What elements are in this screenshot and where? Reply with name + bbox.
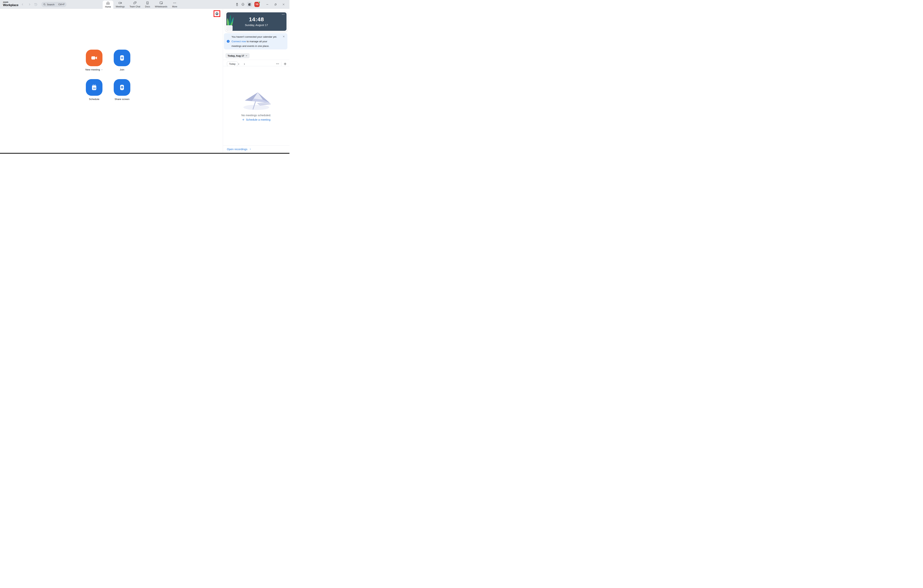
open-recordings-link[interactable]: Open recordings [227, 147, 251, 151]
banner-line1: You haven't connected your calendar yet. [232, 34, 277, 39]
notifications-button[interactable] [240, 2, 246, 7]
next-day-button[interactable] [243, 62, 246, 66]
calendar-19-icon: 19 [90, 83, 99, 92]
schedule-button[interactable]: 19 Schedule [86, 79, 102, 100]
schedule-tile[interactable]: 19 [86, 79, 102, 96]
ellipsis-icon [282, 14, 285, 15]
plus-icon [118, 54, 126, 62]
join-label: Join [120, 68, 125, 71]
maximize-button[interactable] [271, 0, 279, 9]
app-logo-zoom: zoom [3, 1, 18, 3]
tab-whiteboards[interactable]: Whiteboards [153, 0, 170, 9]
window-controls [263, 0, 287, 9]
calendar-button[interactable] [247, 2, 252, 7]
video-camera-icon [90, 54, 99, 62]
history-button[interactable] [34, 3, 38, 6]
beach-umbrella-illustration [240, 92, 273, 110]
clock-time: 14:48 [249, 16, 264, 22]
plant-illustration [226, 13, 236, 31]
tab-meetings[interactable]: Meetings [113, 0, 127, 9]
connect-now-link[interactable]: Connect now [232, 40, 246, 43]
today-button[interactable]: Today [227, 61, 238, 66]
home-content: New meeting Join 19 Schedule Share scree… [0, 9, 223, 153]
settings-button[interactable] [215, 12, 219, 15]
schedule-day-number: 19 [93, 87, 95, 90]
clock-card-menu-button[interactable] [282, 14, 285, 15]
tab-more-label: More [172, 5, 177, 8]
home-icon [106, 1, 110, 5]
clock-date: Sunday, August 17 [245, 23, 268, 26]
divider [223, 145, 289, 146]
app-logo-workplace: Workplace [3, 3, 18, 7]
clock-card-inner: 14:48 Sunday, August 17 [226, 12, 286, 31]
devices-icon [235, 3, 239, 6]
calendar-sidebar: 14:48 Sunday, August 17 You haven't conn… [223, 9, 289, 153]
new-meeting-label: New meeting [85, 68, 100, 71]
today-button-label: Today [229, 62, 236, 65]
ellipsis-icon [276, 63, 279, 64]
search-bar[interactable]: Ctrl+F [41, 2, 66, 7]
avatar[interactable]: YS [255, 2, 259, 7]
arrow-up-icon [118, 83, 126, 92]
whiteboard-icon [159, 1, 163, 5]
share-screen-label: Share screen [115, 98, 130, 100]
close-button[interactable] [279, 0, 287, 9]
calendar-connect-banner: You haven't connected your calendar yet.… [224, 33, 287, 49]
tab-meetings-label: Meetings [116, 5, 125, 8]
bell-icon [241, 3, 245, 6]
tab-home-label: Home [105, 5, 111, 8]
chevron-right-icon [249, 148, 251, 150]
empty-state-message: No meetings scheduled. [223, 114, 289, 117]
close-icon [282, 35, 285, 38]
search-input[interactable] [47, 3, 58, 6]
chevron-left-icon [21, 3, 24, 6]
new-meeting-button[interactable]: New meeting [86, 50, 102, 71]
minimize-icon [266, 3, 269, 6]
document-icon [146, 1, 149, 5]
forward-button[interactable] [28, 3, 31, 6]
minimize-button[interactable] [263, 0, 271, 9]
gear-icon [215, 12, 219, 15]
info-icon [227, 40, 230, 43]
chevron-down-icon [246, 55, 247, 57]
add-meeting-button[interactable] [283, 62, 287, 66]
titlebar-right-cluster: YS [234, 0, 287, 9]
search-shortcut: Ctrl+F [58, 3, 65, 6]
settings-highlight-box [214, 10, 220, 17]
back-button[interactable] [21, 3, 25, 6]
chevron-right-icon [243, 63, 246, 65]
join-tile[interactable] [114, 50, 130, 66]
date-selector-button[interactable]: Today, Aug 17 [225, 53, 250, 58]
screen-bottom-edge [0, 153, 289, 154]
banner-close-button[interactable] [282, 35, 285, 38]
avatar-initials: YS [256, 3, 258, 6]
chevron-down-icon[interactable] [101, 69, 103, 70]
restore-icon [274, 3, 277, 6]
tab-docs-label: Docs [145, 5, 150, 8]
share-screen-button[interactable]: Share screen [114, 79, 130, 100]
window-titlebar: zoom Workplace Ctrl+F Home Meetings Team… [0, 0, 289, 9]
join-button[interactable]: Join [114, 50, 130, 71]
banner-text: You haven't connected your calendar yet.… [232, 34, 277, 48]
divider [223, 66, 289, 66]
schedule-meeting-link[interactable]: Schedule a meeting [223, 118, 289, 121]
new-meeting-tile[interactable] [86, 50, 102, 66]
tab-docs[interactable]: Docs [143, 0, 153, 9]
more-dots-icon [173, 1, 176, 5]
app-logo: zoom Workplace [3, 1, 18, 7]
agenda-toolbar-right [276, 61, 287, 66]
tab-team-chat[interactable]: Team Chat [127, 0, 143, 9]
tab-home[interactable]: Home [103, 0, 113, 9]
agenda-more-button[interactable] [276, 63, 279, 64]
plus-icon [242, 118, 245, 121]
presence-status-dot [258, 1, 260, 3]
chat-bubbles-icon [133, 1, 137, 5]
share-screen-tile[interactable] [114, 79, 130, 96]
divider [281, 62, 281, 66]
open-recordings-label: Open recordings [227, 147, 247, 151]
previous-day-button[interactable] [237, 62, 240, 66]
chevron-left-icon [238, 63, 240, 65]
search-icon [43, 3, 46, 6]
tab-more[interactable]: More [170, 0, 179, 9]
companion-devices-button[interactable] [234, 2, 240, 7]
